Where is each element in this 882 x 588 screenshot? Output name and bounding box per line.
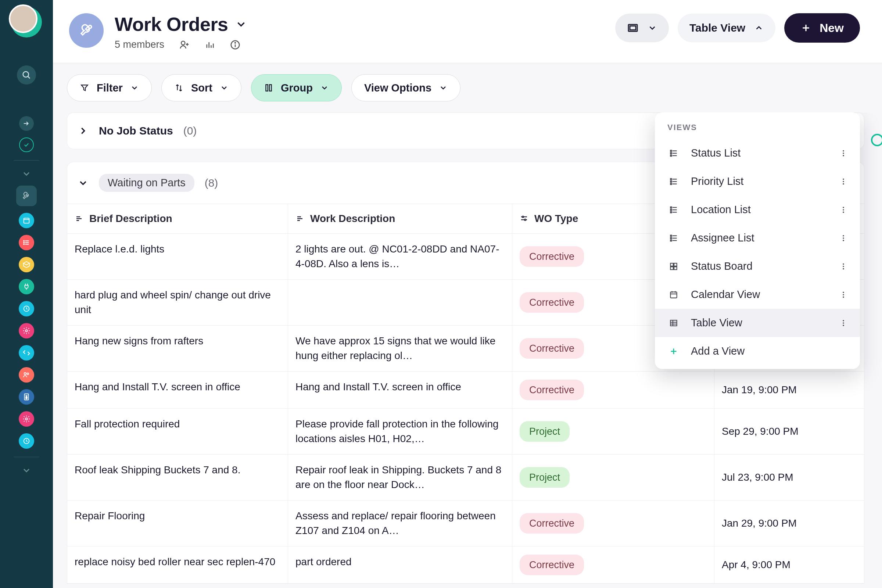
nav-clock2[interactable] [19, 433, 34, 449]
view-item-priority-list[interactable]: Priority List [655, 167, 860, 195]
more-icon[interactable] [839, 206, 848, 214]
cell-brief: hard plug and wheel spin/ change out dri… [67, 280, 288, 325]
table-row[interactable]: Hang and Install T.V. screen in officeHa… [67, 372, 864, 409]
table-row[interactable]: Roof leak Shipping Buckets 7 and 8.Repai… [67, 454, 864, 501]
nav-list[interactable] [19, 235, 34, 250]
svg-point-21 [181, 41, 185, 45]
col-work[interactable]: Work Description [288, 204, 512, 233]
cell-work: 2 lights are out. @ NC01-2-08DD and NA07… [288, 234, 512, 279]
new-button[interactable]: New [784, 13, 860, 43]
group-count: (8) [205, 177, 218, 189]
more-icon[interactable] [839, 177, 848, 186]
layout-picker[interactable] [615, 14, 669, 42]
cell-brief: Repair Flooring [67, 501, 288, 546]
more-icon[interactable] [839, 262, 848, 270]
nav-calendar[interactable] [19, 213, 34, 228]
sort-button[interactable]: Sort [161, 74, 242, 101]
nav-swap[interactable] [19, 345, 34, 360]
members-label[interactable]: 5 members [115, 39, 164, 50]
chevron-down-icon[interactable] [235, 18, 248, 30]
view-switcher[interactable]: Table View [678, 14, 776, 42]
col-brief[interactable]: Brief Description [67, 204, 288, 233]
view-item-location-list[interactable]: Location List [655, 195, 860, 224]
cell-date: Jul 23, 9:00 PM [714, 454, 864, 500]
svg-point-62 [843, 207, 844, 208]
view-item-label: Status List [691, 147, 741, 159]
activity-icon[interactable] [205, 40, 215, 50]
view-item-label: Table View [691, 317, 742, 329]
chevron-down-icon [320, 83, 329, 92]
chevron-down-icon [130, 83, 139, 92]
work-orders-nav[interactable] [16, 186, 37, 206]
table-row[interactable]: Fall protection requiredPlease provide f… [67, 409, 864, 454]
svg-rect-50 [670, 178, 671, 179]
view-item-status-board[interactable]: Status Board [655, 252, 860, 280]
more-icon[interactable] [839, 319, 848, 327]
svg-point-30 [235, 42, 236, 43]
nav-doc[interactable]: $ [19, 389, 34, 405]
nav-box[interactable] [19, 257, 34, 272]
svg-marker-35 [81, 85, 87, 90]
svg-point-72 [843, 237, 844, 239]
filter-button[interactable]: Filter [67, 74, 152, 101]
view-item-label: Priority List [691, 175, 744, 188]
more-icon[interactable] [839, 234, 848, 242]
collapse-button[interactable] [19, 116, 34, 131]
svg-point-53 [843, 178, 844, 180]
add-member-icon[interactable] [179, 39, 190, 50]
nav-gear[interactable] [19, 323, 34, 339]
svg-point-92 [843, 320, 844, 321]
nav-clock[interactable] [19, 301, 34, 316]
sort-icon [174, 83, 184, 93]
view-item-table-view[interactable]: Table View [655, 309, 860, 337]
view-options-button[interactable]: View Options [351, 74, 460, 101]
user-avatar[interactable] [11, 7, 42, 38]
group-name: No Job Status [99, 124, 173, 137]
table-row[interactable]: replace noisy bed roller near sec replen… [67, 546, 864, 584]
svg-rect-51 [670, 181, 671, 182]
page-title: Work Orders [115, 13, 228, 35]
nav-gear2[interactable] [19, 411, 34, 427]
svg-rect-68 [670, 235, 671, 236]
svg-rect-59 [670, 207, 671, 208]
nav-plug[interactable] [19, 279, 34, 294]
svg-rect-61 [670, 212, 671, 212]
project-icon [69, 13, 104, 48]
search-button[interactable] [17, 65, 36, 84]
nav-people[interactable] [19, 367, 34, 382]
svg-point-13 [24, 373, 27, 375]
table-icon [668, 318, 680, 328]
svg-rect-88 [670, 320, 676, 326]
view-item-calendar-view[interactable]: Calendar View [655, 280, 860, 309]
add-view-item[interactable]: Add a View [655, 337, 860, 365]
svg-rect-69 [670, 237, 671, 238]
calendar-icon [668, 290, 680, 300]
rail-separator [14, 457, 39, 457]
chevron-down-icon[interactable] [21, 465, 32, 476]
more-icon[interactable] [839, 149, 848, 157]
group-button[interactable]: Group [251, 74, 342, 101]
view-item-assignee-list[interactable]: Assignee List [655, 224, 860, 252]
cell-brief: Fall protection required [67, 409, 288, 454]
more-icon[interactable] [839, 291, 848, 299]
cell-date: Apr 4, 9:00 PM [714, 546, 864, 583]
chevron-down-icon[interactable] [21, 169, 32, 179]
view-item-status-list[interactable]: Status List [655, 139, 860, 167]
group-icon [264, 83, 273, 93]
info-icon[interactable] [230, 39, 241, 50]
check-button[interactable] [19, 138, 34, 152]
svg-rect-42 [670, 153, 671, 154]
cell-work: part ordered [288, 546, 512, 583]
cell-work: Repair roof leak in Shipping. Buckets 7 … [288, 454, 512, 500]
svg-point-93 [843, 322, 844, 324]
view-item-label: Location List [691, 204, 751, 216]
view-switcher-label: Table View [689, 22, 745, 34]
cell-brief: Replace l.e.d. lights [67, 234, 288, 279]
cell-wo-type: Corrective [512, 501, 714, 546]
cell-date: Jan 19, 9:00 PM [714, 372, 864, 408]
table-row[interactable]: Repair FlooringAssess and replace/ repai… [67, 501, 864, 546]
svg-point-63 [843, 209, 844, 211]
cell-wo-type: Corrective [512, 546, 714, 583]
svg-point-8 [24, 241, 24, 242]
view-item-label: Calendar View [691, 288, 760, 301]
